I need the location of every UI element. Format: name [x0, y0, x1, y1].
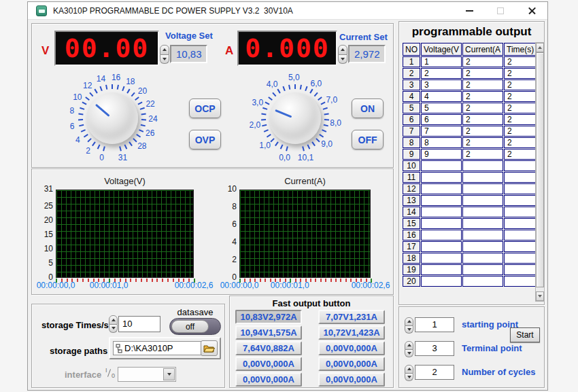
table-cell[interactable]: [462, 264, 503, 275]
fast-output-button[interactable]: 0,00V0,000A: [235, 372, 302, 387]
table-cell[interactable]: 2: [504, 137, 537, 148]
storage-path-field[interactable]: D:\KA3010P: [113, 341, 203, 355]
table-cell[interactable]: [504, 183, 537, 194]
browse-folder-button[interactable]: [201, 340, 218, 356]
table-cell[interactable]: [504, 241, 537, 252]
output-on-button[interactable]: ON: [352, 99, 384, 118]
table-cell[interactable]: 2: [504, 149, 537, 160]
table-cell[interactable]: [504, 230, 537, 240]
table-cell[interactable]: [504, 276, 537, 287]
table-cell[interactable]: 2: [504, 114, 537, 125]
current-set-value[interactable]: 2,972: [348, 45, 386, 63]
spin-up-button[interactable]: [338, 45, 347, 55]
table-cell[interactable]: [421, 207, 462, 217]
table-cell[interactable]: [504, 172, 537, 183]
fast-output-button[interactable]: 10,94V1,575A: [235, 325, 302, 340]
table-cell[interactable]: [421, 195, 462, 206]
table-cell[interactable]: 2: [462, 103, 503, 113]
table-cell[interactable]: [421, 276, 462, 287]
output-off-button[interactable]: OFF: [352, 130, 384, 149]
table-cell[interactable]: [421, 264, 462, 275]
table-cell[interactable]: 3: [421, 79, 462, 90]
table-cell[interactable]: [504, 264, 537, 275]
table-cell[interactable]: 2: [504, 126, 537, 137]
table-cell[interactable]: 8: [421, 137, 462, 148]
table-cell[interactable]: [462, 218, 503, 229]
spin-up-button[interactable]: [109, 315, 118, 325]
table-cell[interactable]: [504, 195, 537, 206]
table-cell[interactable]: 2: [462, 126, 503, 137]
current-knob[interactable]: 0,01,02,03,04,05,06,07,08,09,010,1: [242, 65, 348, 171]
number-of-cycles-spinner[interactable]: [405, 365, 413, 381]
voltage-set-value[interactable]: 10,83: [170, 45, 207, 63]
table-cell[interactable]: 2: [504, 79, 537, 90]
table-cell[interactable]: 2: [462, 114, 503, 125]
table-cell[interactable]: 2: [462, 79, 503, 90]
table-cell[interactable]: [462, 276, 503, 287]
scrollbar-down-button[interactable]: [536, 291, 544, 301]
storage-times-value[interactable]: 10: [118, 316, 160, 332]
combobox-arrow-button[interactable]: [163, 368, 175, 380]
terminal-point-value[interactable]: 3: [415, 341, 454, 356]
table-cell[interactable]: [421, 230, 462, 240]
terminal-point-spinner[interactable]: [405, 341, 413, 357]
current-knob-face[interactable]: [269, 92, 321, 144]
table-cell[interactable]: 2: [462, 56, 503, 67]
close-button[interactable]: [516, 2, 547, 19]
table-cell[interactable]: 1: [421, 56, 462, 67]
table-cell[interactable]: [462, 160, 503, 171]
table-cell[interactable]: [462, 172, 503, 183]
scrollbar-up-button[interactable]: [536, 43, 544, 52]
table-cell[interactable]: 2: [462, 68, 503, 79]
table-cell[interactable]: [421, 183, 462, 194]
table-cell[interactable]: [504, 160, 537, 171]
spin-up-button[interactable]: [405, 365, 413, 374]
datasave-toggle-knob[interactable]: off: [171, 320, 209, 333]
minimize-button[interactable]: [454, 2, 485, 19]
table-cell[interactable]: [462, 230, 503, 240]
starting-point-value[interactable]: 1: [415, 317, 454, 332]
table-scrollbar[interactable]: [535, 42, 545, 302]
spin-up-button[interactable]: [405, 317, 413, 326]
table-cell[interactable]: [421, 218, 462, 229]
voltage-knob[interactable]: 024681012141618202224262831: [59, 65, 165, 171]
table-cell[interactable]: 2: [504, 103, 537, 113]
table-cell[interactable]: [462, 183, 503, 194]
table-cell[interactable]: 2: [462, 149, 503, 160]
voltage-set-spinner[interactable]: [160, 45, 169, 64]
fast-output-button[interactable]: 0,00V0,000A: [318, 357, 385, 371]
spin-down-button[interactable]: [405, 350, 413, 358]
table-cell[interactable]: [504, 207, 537, 217]
spin-down-button[interactable]: [338, 55, 347, 65]
table-cell[interactable]: 2: [504, 91, 537, 102]
table-cell[interactable]: 6: [421, 114, 462, 125]
fast-output-button[interactable]: 0,00V0,000A: [318, 372, 385, 387]
spin-up-button[interactable]: [405, 341, 413, 350]
current-set-spinner[interactable]: [338, 45, 347, 64]
fast-output-button[interactable]: 0,00V0,000A: [318, 341, 385, 355]
table-cell[interactable]: [421, 160, 462, 171]
table-cell[interactable]: [421, 172, 462, 183]
scrollbar-thumb[interactable]: [536, 52, 544, 287]
ocp-button[interactable]: OCP: [189, 99, 221, 118]
ovp-button[interactable]: OVP: [189, 130, 221, 149]
table-cell[interactable]: [462, 207, 503, 217]
fast-output-button[interactable]: 0,00V0,000A: [235, 357, 302, 371]
spin-down-button[interactable]: [405, 374, 413, 382]
table-cell[interactable]: 2: [421, 68, 462, 79]
table-cell[interactable]: 4: [421, 91, 462, 102]
spin-up-button[interactable]: [160, 45, 169, 55]
fast-output-button[interactable]: 7,64V0,882A: [235, 341, 302, 355]
spin-down-button[interactable]: [109, 325, 118, 334]
fast-output-button[interactable]: 10,72V1,423A: [318, 325, 385, 340]
storage-times-spinner[interactable]: [109, 315, 118, 333]
spin-down-button[interactable]: [405, 326, 413, 334]
table-cell[interactable]: [421, 241, 462, 252]
table-cell[interactable]: [462, 241, 503, 252]
voltage-knob-face[interactable]: [86, 92, 138, 144]
storage-path-value[interactable]: D:\KA3010P: [124, 343, 173, 353]
table-cell[interactable]: 7: [421, 126, 462, 137]
table-cell[interactable]: 2: [504, 68, 537, 79]
table-cell[interactable]: [462, 195, 503, 206]
fast-output-button[interactable]: 10,83V2,972A: [235, 310, 302, 324]
